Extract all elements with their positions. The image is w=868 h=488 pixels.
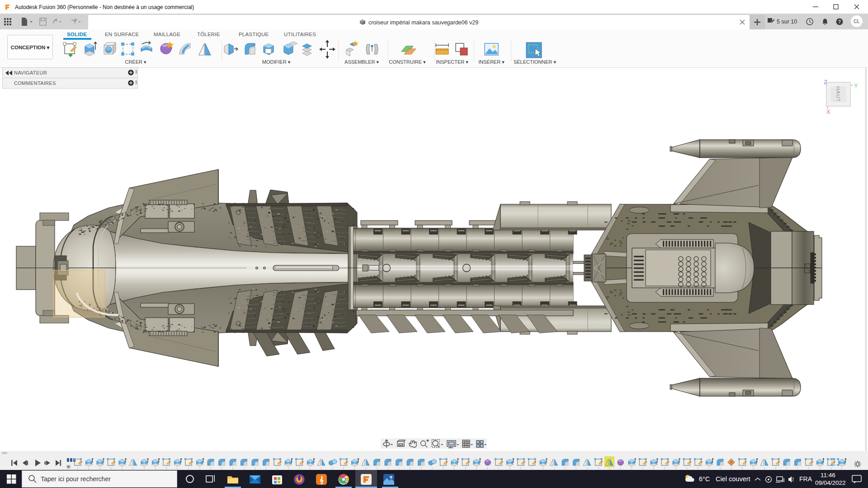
svg-text:Y: Y (854, 82, 858, 89)
svg-text:?: ? (838, 19, 841, 24)
svg-text:HAUT: HAUT (835, 86, 841, 102)
svg-text:𝄞: 𝄞 (320, 476, 324, 484)
svg-text:Z: Z (824, 79, 827, 85)
svg-text:X: X (826, 108, 830, 115)
